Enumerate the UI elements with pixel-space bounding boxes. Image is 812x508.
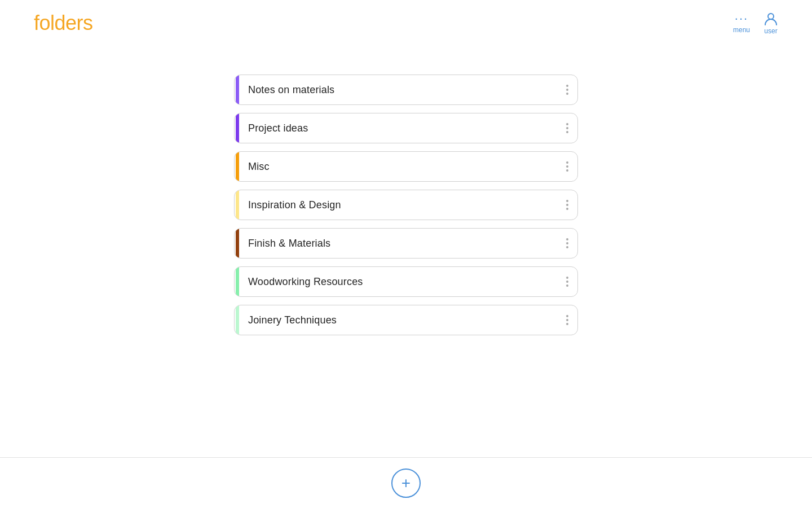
user-label: user bbox=[764, 27, 777, 35]
dot bbox=[566, 238, 568, 240]
dot bbox=[566, 200, 568, 202]
folder-label: Woodworking Resources bbox=[239, 276, 557, 288]
header: folders ··· menu user bbox=[0, 0, 812, 41]
dot bbox=[566, 93, 568, 95]
dot bbox=[566, 323, 568, 325]
folder-label: Finish & Materials bbox=[239, 238, 557, 249]
bottom-bar: + bbox=[0, 457, 812, 508]
folder-menu-button[interactable] bbox=[557, 161, 577, 172]
menu-button[interactable]: ··· menu bbox=[733, 12, 750, 34]
menu-label: menu bbox=[733, 26, 750, 34]
folder-item[interactable]: Notes on materials bbox=[234, 75, 578, 105]
folder-menu-button[interactable] bbox=[557, 200, 577, 210]
user-button[interactable]: user bbox=[764, 11, 778, 35]
folder-menu-button[interactable] bbox=[557, 315, 577, 325]
folder-label: Project ideas bbox=[239, 122, 557, 134]
dot bbox=[566, 277, 568, 279]
folder-item[interactable]: Joinery Techniques bbox=[234, 305, 578, 335]
dot bbox=[566, 281, 568, 283]
header-actions: ··· menu user bbox=[733, 11, 778, 35]
folder-label: Notes on materials bbox=[239, 84, 557, 96]
dot bbox=[566, 242, 568, 244]
dot bbox=[566, 161, 568, 164]
folder-list: Notes on materials Project ideas Misc In… bbox=[234, 75, 578, 335]
dot bbox=[566, 123, 568, 125]
folder-label: Joinery Techniques bbox=[239, 314, 557, 326]
folder-menu-button[interactable] bbox=[557, 85, 577, 95]
dot bbox=[566, 89, 568, 91]
folder-item[interactable]: Project ideas bbox=[234, 113, 578, 143]
folder-menu-button[interactable] bbox=[557, 277, 577, 287]
folder-item[interactable]: Inspiration & Design bbox=[234, 190, 578, 220]
folder-item[interactable]: Woodworking Resources bbox=[234, 266, 578, 297]
dot bbox=[566, 127, 568, 129]
menu-icon: ··· bbox=[735, 12, 748, 25]
dot bbox=[566, 165, 568, 168]
svg-point-0 bbox=[768, 14, 774, 19]
folder-label: Inspiration & Design bbox=[239, 199, 557, 211]
dot bbox=[566, 319, 568, 321]
dot bbox=[566, 131, 568, 133]
folder-item[interactable]: Finish & Materials bbox=[234, 228, 578, 259]
dot bbox=[566, 246, 568, 248]
dot bbox=[566, 315, 568, 317]
dot bbox=[566, 208, 568, 210]
dot bbox=[566, 284, 568, 287]
folder-item[interactable]: Misc bbox=[234, 151, 578, 182]
folder-menu-button[interactable] bbox=[557, 123, 577, 133]
app-title: folders bbox=[34, 11, 93, 35]
user-icon bbox=[764, 11, 778, 26]
add-folder-button[interactable]: + bbox=[391, 468, 421, 498]
dot bbox=[566, 169, 568, 172]
dot bbox=[566, 204, 568, 206]
folder-menu-button[interactable] bbox=[557, 238, 577, 248]
folder-label: Misc bbox=[239, 161, 557, 173]
main-content: Notes on materials Project ideas Misc In… bbox=[0, 41, 812, 335]
dot bbox=[566, 85, 568, 87]
